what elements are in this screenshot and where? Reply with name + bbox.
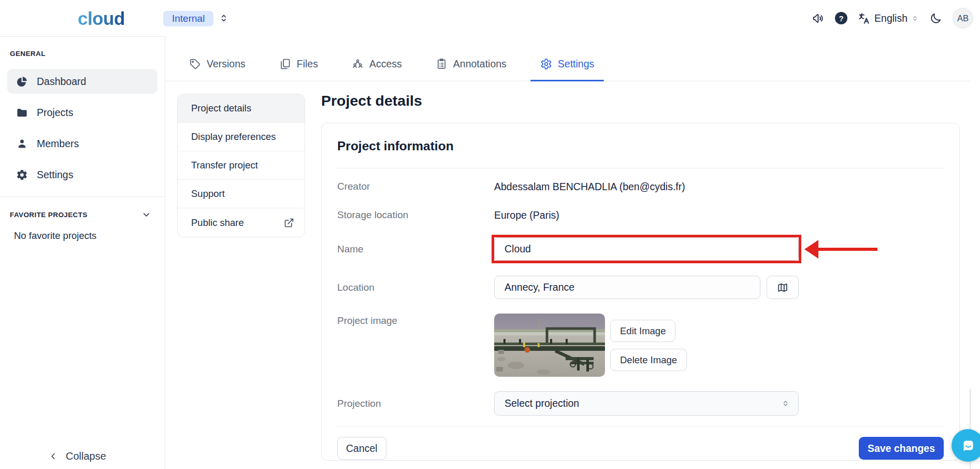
storage-location-row: Storage location Europe (Paris)	[337, 208, 944, 222]
projection-row: Projection Select projection	[337, 391, 944, 416]
gear-icon	[540, 58, 552, 70]
submenu-item-transfer-project[interactable]: Transfer project	[178, 151, 305, 180]
tab-label: Annotations	[453, 58, 507, 70]
arrow-head	[804, 240, 818, 259]
tab-label: Versions	[207, 58, 246, 70]
card-footer: Cancel Save changes	[337, 437, 944, 460]
submenu-item-project-details[interactable]: Project details	[178, 94, 305, 123]
chat-icon	[959, 437, 977, 454]
submenu-label: Display preferences	[191, 131, 276, 143]
projection-label: Projection	[337, 398, 494, 409]
chevron-down-icon[interactable]	[141, 210, 151, 220]
name-input[interactable]	[494, 237, 799, 261]
tab-settings[interactable]: Settings	[530, 47, 604, 81]
projection-select-value: Select projection	[505, 397, 579, 409]
sidebar-item-settings[interactable]: Settings	[7, 162, 157, 187]
name-label: Name	[337, 244, 494, 255]
dark-mode-icon[interactable]	[929, 12, 942, 25]
page-title: Project details	[321, 92, 422, 109]
sidebar-divider	[0, 196, 165, 197]
external-link-icon	[284, 218, 294, 228]
project-image-thumbnail	[494, 314, 605, 377]
folder-icon	[16, 107, 28, 119]
footer-divider	[337, 426, 944, 427]
card-title: Project information	[337, 123, 944, 153]
favorites-label: FAVORITE PROJECTS	[10, 211, 88, 219]
select-unfold-icon	[781, 399, 790, 408]
clipboard-icon	[436, 58, 448, 70]
submenu-label: Support	[191, 188, 225, 200]
creator-label: Creator	[337, 181, 494, 192]
submenu-label: Public share	[191, 217, 244, 229]
creator-value: Abdessalam BENCHADLIA (ben@cydis.fr)	[494, 181, 944, 193]
people-icon	[352, 58, 364, 70]
tab-label: Settings	[558, 58, 594, 70]
submenu-item-display-preferences[interactable]: Display preferences	[178, 123, 305, 151]
app-logo: cloud	[78, 8, 125, 29]
submenu-item-support[interactable]: Support	[178, 180, 305, 208]
tab-versions[interactable]: Versions	[179, 47, 255, 81]
favorites-header: FAVORITE PROJECTS	[10, 210, 151, 220]
workspace-switcher-icon[interactable]	[218, 12, 229, 24]
sidebar-item-members[interactable]: Members	[7, 131, 157, 156]
project-information-card: Project information Creator Abdessalam B…	[321, 123, 960, 461]
tab-label: Files	[297, 58, 318, 70]
sidebar-item-label: Projects	[37, 107, 73, 119]
tab-strip: Versions Files Access Annotations Settin…	[165, 36, 971, 81]
arrow-shaft	[818, 248, 877, 251]
chat-launcher-button[interactable]	[952, 429, 980, 462]
top-bar: cloud Internal ? English AB	[0, 0, 980, 36]
main-area: Versions Files Access Annotations Settin…	[165, 36, 980, 469]
location-input[interactable]	[494, 276, 760, 299]
language-unfold-icon	[911, 15, 919, 22]
announcements-icon[interactable]	[812, 12, 825, 25]
submenu-label: Transfer project	[191, 160, 258, 171]
translate-icon	[858, 12, 871, 25]
help-icon[interactable]: ?	[835, 12, 847, 24]
edit-image-button[interactable]: Edit Image	[610, 320, 675, 342]
copy-icon	[279, 58, 291, 70]
project-image-row: Project image	[337, 314, 944, 377]
location-row: Location	[337, 276, 944, 299]
sidebar-item-dashboard[interactable]: Dashboard	[7, 69, 157, 94]
language-selector[interactable]: English	[858, 12, 919, 25]
annotation-arrow	[804, 240, 877, 259]
creator-row: Creator Abdessalam BENCHADLIA (ben@cydis…	[337, 179, 944, 194]
favorites-empty-text: No favorite projects	[14, 230, 165, 241]
sidebar-section-general: GENERAL	[10, 50, 165, 58]
chevron-left-icon	[48, 451, 58, 461]
settings-content: Project details Display preferences Tran…	[165, 81, 980, 469]
location-label: Location	[337, 282, 494, 293]
map-icon	[777, 282, 788, 293]
card-divider	[337, 168, 944, 168]
settings-submenu: Project details Display preferences Tran…	[177, 94, 305, 237]
name-field-wrapper	[494, 237, 799, 261]
projection-select[interactable]: Select projection	[494, 391, 799, 416]
open-map-button[interactable]	[767, 276, 799, 299]
collapse-button[interactable]: Collapse	[48, 450, 106, 462]
tab-label: Access	[369, 58, 402, 70]
help-glyph: ?	[839, 14, 843, 23]
submenu-label: Project details	[191, 103, 251, 114]
language-label: English	[874, 12, 907, 24]
submenu-item-public-share[interactable]: Public share	[178, 208, 305, 237]
sidebar-nav: Dashboard Projects Members Settings	[0, 69, 165, 187]
tab-annotations[interactable]: Annotations	[426, 47, 516, 81]
avatar[interactable]: AB	[953, 8, 973, 29]
storage-location-value: Europe (Paris)	[494, 209, 944, 221]
sidebar-item-label: Settings	[37, 169, 73, 181]
sidebar-item-label: Members	[37, 138, 79, 150]
workspace-badge[interactable]: Internal	[163, 11, 213, 26]
storage-location-label: Storage location	[337, 209, 494, 221]
sidebar-item-projects[interactable]: Projects	[7, 100, 157, 125]
save-changes-button[interactable]: Save changes	[859, 437, 944, 460]
delete-image-button[interactable]: Delete Image	[610, 349, 687, 371]
cancel-button[interactable]: Cancel	[337, 437, 386, 460]
name-row: Name	[337, 237, 944, 261]
pie-chart-icon	[16, 76, 28, 88]
sidebar: GENERAL Dashboard Projects Members Setti…	[0, 36, 165, 469]
sidebar-item-label: Dashboard	[37, 76, 86, 88]
tab-files[interactable]: Files	[269, 47, 328, 81]
tab-access[interactable]: Access	[342, 47, 412, 81]
tag-icon	[189, 58, 201, 70]
